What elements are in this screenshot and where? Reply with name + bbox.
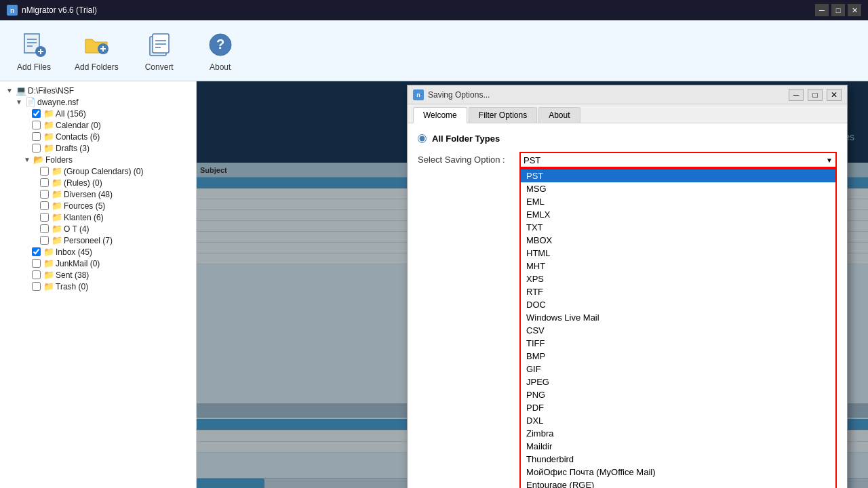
tree-row-inbox[interactable]: 📁 Inbox (45) xyxy=(3,246,193,258)
expand-calendar[interactable] xyxy=(22,121,32,130)
expand-root[interactable]: ▼ xyxy=(5,86,14,96)
all-checkbox[interactable] xyxy=(32,109,41,118)
tree-row-drafts[interactable]: 📁 Drafts (3) xyxy=(3,142,193,154)
tab-about[interactable]: About xyxy=(538,107,580,123)
expand-inbox[interactable] xyxy=(22,247,32,257)
tree-row-fources[interactable]: 📁 Fources (5) xyxy=(3,200,193,211)
expand-groupcal[interactable] xyxy=(31,167,40,176)
tree-row-junkmail[interactable]: 📁 JunkMail (0) xyxy=(3,258,193,269)
expand-drafts[interactable] xyxy=(22,144,32,153)
expand-all[interactable] xyxy=(22,109,32,119)
format-option[interactable]: XPS xyxy=(521,272,835,285)
maximize-button[interactable]: □ xyxy=(831,4,845,16)
format-dropdown-list[interactable]: PSTMSGEMLEMLXTXTMBOXHTMLMHTXPSRTFDOCWind… xyxy=(519,168,837,488)
folder-trash-icon: 📁 xyxy=(43,281,54,291)
tree-row-folders[interactable]: ▼ 📂 Folders xyxy=(3,154,193,165)
tree-row-rules[interactable]: 📁 (Rules) (0) xyxy=(3,177,193,188)
rules-checkbox[interactable] xyxy=(40,178,49,187)
convert-button[interactable]: Convert xyxy=(139,30,180,72)
expand-klanten[interactable] xyxy=(31,213,40,222)
folder-drafts-icon: 📁 xyxy=(43,143,54,153)
format-option[interactable]: DXL xyxy=(521,414,835,427)
expand-folders[interactable]: ▼ xyxy=(22,155,32,165)
format-option[interactable]: GIF xyxy=(521,363,835,375)
dialog-maximize-button[interactable]: □ xyxy=(808,89,823,101)
tree-row-diversen[interactable]: 📁 Diversen (48) xyxy=(3,188,193,200)
close-button[interactable]: ✕ xyxy=(848,4,861,16)
dialog-minimize-button[interactable]: ─ xyxy=(789,89,804,101)
trash-label: Trash (0) xyxy=(56,282,88,291)
format-option[interactable]: MBOX xyxy=(521,234,835,247)
tree-row-root[interactable]: ▼ 💻 D:\Files\NSF xyxy=(3,85,193,96)
format-option[interactable]: EML xyxy=(521,195,835,208)
junkmail-checkbox[interactable] xyxy=(32,259,41,268)
tree-row-calendar[interactable]: 📁 Calendar (0) xyxy=(3,119,193,131)
dialog-close-button[interactable]: ✕ xyxy=(827,89,842,101)
expand-fources[interactable] xyxy=(31,201,40,211)
diversen-checkbox[interactable] xyxy=(40,190,49,199)
inbox-checkbox[interactable] xyxy=(32,247,41,256)
drafts-checkbox[interactable] xyxy=(32,144,41,152)
all-folder-types-radio[interactable] xyxy=(418,134,427,143)
fources-checkbox[interactable] xyxy=(40,201,49,210)
expand-diversen[interactable] xyxy=(31,190,40,199)
format-combobox[interactable]: PST ▼ xyxy=(519,152,837,168)
tree-row-klanten[interactable]: 📁 Klanten (6) xyxy=(3,211,193,223)
expand-ot[interactable] xyxy=(31,224,40,234)
toolbar: Add Files Add Folders xyxy=(0,20,868,81)
trash-checkbox[interactable] xyxy=(32,282,41,291)
ot-checkbox[interactable] xyxy=(40,224,49,233)
format-option[interactable]: Windows Live Mail xyxy=(521,311,835,324)
groupcal-checkbox[interactable] xyxy=(40,167,49,176)
folder-ot-icon: 📁 xyxy=(52,224,62,234)
format-option[interactable]: Thunderbird xyxy=(521,453,835,466)
format-option[interactable]: TXT xyxy=(521,221,835,234)
expand-trash[interactable] xyxy=(22,282,32,291)
format-option[interactable]: PDF xyxy=(521,401,835,414)
format-option[interactable]: Entourage (RGE) xyxy=(521,479,835,488)
format-option[interactable]: RTF xyxy=(521,285,835,298)
tree-row-trash[interactable]: 📁 Trash (0) xyxy=(3,281,193,292)
format-option[interactable]: CSV xyxy=(521,324,835,337)
expand-dwayne[interactable]: ▼ xyxy=(14,98,24,107)
format-option[interactable]: Maildir xyxy=(521,440,835,453)
add-files-button[interactable]: Add Files xyxy=(14,30,54,72)
tab-filter-options[interactable]: Filter Options xyxy=(469,107,537,123)
format-option[interactable]: BMP xyxy=(521,350,835,363)
tree-row-ot[interactable]: 📁 O T (4) xyxy=(3,223,193,235)
expand-personeel[interactable] xyxy=(31,236,40,245)
format-option[interactable]: PNG xyxy=(521,388,835,401)
calendar-checkbox[interactable] xyxy=(32,121,41,129)
format-option[interactable]: DOC xyxy=(521,298,835,311)
expand-sent[interactable] xyxy=(22,270,32,280)
sent-checkbox[interactable] xyxy=(32,270,41,279)
tree-row-personeel[interactable]: 📁 Personeel (7) xyxy=(3,235,193,246)
tree-row-groupcal[interactable]: 📁 (Group Calendars) (0) xyxy=(3,165,193,177)
format-option[interactable]: TIFF xyxy=(521,337,835,350)
format-option[interactable]: MHT xyxy=(521,260,835,272)
tab-welcome[interactable]: Welcome xyxy=(413,107,467,123)
format-option[interactable]: EMLX xyxy=(521,208,835,221)
expand-rules[interactable] xyxy=(31,178,40,188)
add-folders-button[interactable]: Add Folders xyxy=(75,30,119,72)
format-option[interactable]: JPEG xyxy=(521,375,835,388)
tree-row-all[interactable]: 📁 All (156) xyxy=(3,108,193,119)
minimize-button[interactable]: ─ xyxy=(815,4,829,16)
format-option[interactable]: MSG xyxy=(521,182,835,195)
expand-junkmail[interactable] xyxy=(22,259,32,268)
klanten-checkbox[interactable] xyxy=(40,213,49,222)
tree-row-sent[interactable]: 📁 Sent (38) xyxy=(3,269,193,281)
combobox-arrow-icon: ▼ xyxy=(826,157,833,164)
format-option[interactable]: МойОфис Почта (MyOffice Mail) xyxy=(521,466,835,479)
add-folders-icon xyxy=(81,30,111,60)
contacts-checkbox[interactable] xyxy=(32,132,41,141)
tree-row-contacts[interactable]: 📁 Contacts (6) xyxy=(3,131,193,142)
about-button[interactable]: ? About xyxy=(200,30,241,72)
format-option[interactable]: Zimbra xyxy=(521,427,835,440)
tree-row-dwayne[interactable]: ▼ 📄 dwayne.nsf xyxy=(3,96,193,108)
expand-contacts[interactable] xyxy=(22,132,32,142)
format-option[interactable]: HTML xyxy=(521,247,835,260)
folders-label: Folders xyxy=(45,155,73,165)
format-option[interactable]: PST xyxy=(521,169,835,182)
personeel-checkbox[interactable] xyxy=(40,236,49,245)
